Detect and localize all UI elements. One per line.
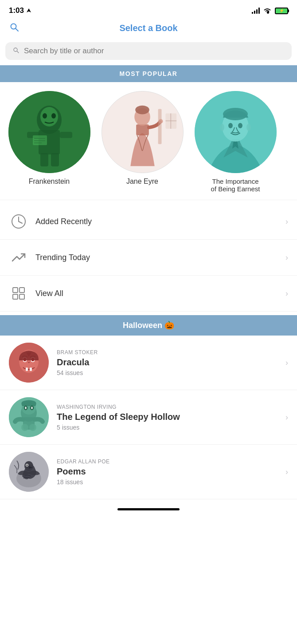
sleepy-hollow-cover xyxy=(9,397,49,437)
dracula-info: BRAM STOKER Dracula 54 issues xyxy=(57,349,285,376)
clock-icon xyxy=(9,212,28,231)
chevron-right-icon: › xyxy=(285,289,288,298)
frankenstein-cover xyxy=(8,91,90,173)
header-search-icon[interactable] xyxy=(9,22,20,35)
svg-point-14 xyxy=(51,113,56,119)
svg-point-58 xyxy=(31,407,33,409)
battery-icon: ⚡ xyxy=(275,8,288,14)
menu-item-added-recently[interactable]: Added Recently › xyxy=(0,204,297,240)
halloween-item-poems[interactable]: EDGAR ALLAN POE Poems 18 issues › xyxy=(0,445,297,499)
dracula-title: Dracula xyxy=(57,357,285,367)
svg-rect-42 xyxy=(20,294,24,299)
home-indicator-bar xyxy=(117,508,180,510)
trending-icon xyxy=(9,248,28,267)
halloween-list: BRAM STOKER Dracula 54 issues › xyxy=(0,336,297,499)
status-bar: 1:03 ⚡ xyxy=(0,0,297,20)
wilde-cover xyxy=(195,91,277,173)
svg-point-65 xyxy=(27,465,28,466)
chevron-right-icon: › xyxy=(285,358,288,367)
poems-issues: 18 issues xyxy=(57,478,285,486)
poems-title: Poems xyxy=(57,466,285,477)
svg-point-1 xyxy=(11,24,16,29)
book-jane-eyre[interactable]: Jane Eyre xyxy=(100,91,184,193)
menu-item-trending[interactable]: Trending Today › xyxy=(0,240,297,276)
jane-eyre-cover xyxy=(102,91,184,173)
jane-eyre-title: Jane Eyre xyxy=(126,178,158,186)
svg-marker-0 xyxy=(27,8,31,12)
sleepy-hollow-info: WASHINGTON IRVING The Legend of Sleepy H… xyxy=(57,404,285,431)
svg-point-33 xyxy=(238,123,242,128)
svg-point-3 xyxy=(14,48,17,51)
svg-rect-41 xyxy=(13,294,18,299)
chevron-right-icon: › xyxy=(285,413,288,422)
home-indicator xyxy=(0,504,297,514)
svg-rect-49 xyxy=(26,367,28,371)
halloween-item-dracula[interactable]: BRAM STOKER Dracula 54 issues › xyxy=(0,336,297,390)
sleepy-hollow-title: The Legend of Sleepy Hollow xyxy=(57,412,285,422)
dracula-cover xyxy=(9,343,49,383)
trending-label: Trending Today xyxy=(35,253,285,262)
svg-point-32 xyxy=(228,123,233,128)
svg-line-2 xyxy=(16,28,19,31)
svg-rect-11 xyxy=(40,153,48,166)
status-time: 1:03 xyxy=(9,6,31,15)
svg-point-60 xyxy=(29,424,36,431)
poems-info: EDGAR ALLAN POE Poems 18 issues xyxy=(57,458,285,486)
popular-books-list: Frankenstein xyxy=(0,82,297,200)
menu-item-view-all[interactable]: View All › xyxy=(0,276,297,312)
search-input[interactable] xyxy=(24,47,285,55)
svg-rect-10 xyxy=(60,132,72,138)
sleepy-hollow-author: WASHINGTON IRVING xyxy=(57,404,285,410)
search-bar-container xyxy=(0,39,297,65)
svg-point-35 xyxy=(246,124,251,131)
chevron-right-icon: › xyxy=(285,253,288,262)
svg-point-59 xyxy=(21,424,28,431)
chevron-right-icon: › xyxy=(285,217,288,226)
frankenstein-title: Frankenstein xyxy=(29,178,70,186)
svg-rect-15 xyxy=(33,135,47,145)
search-bar-icon xyxy=(12,47,20,55)
signal-bars-icon xyxy=(252,8,260,14)
svg-rect-20 xyxy=(136,124,149,135)
time-display: 1:03 xyxy=(9,6,24,15)
svg-point-34 xyxy=(220,124,224,131)
most-popular-label: MOST POPULAR xyxy=(120,70,178,77)
svg-rect-24 xyxy=(158,109,161,144)
poems-author: EDGAR ALLAN POE xyxy=(57,458,285,465)
page-header: Select a Book xyxy=(0,20,297,39)
halloween-item-sleepy-hollow[interactable]: WASHINGTON IRVING The Legend of Sleepy H… xyxy=(0,390,297,445)
svg-rect-12 xyxy=(51,153,59,166)
halloween-header: Halloween 🎃 xyxy=(0,315,297,336)
svg-point-57 xyxy=(25,407,27,409)
wifi-icon xyxy=(263,8,271,14)
svg-rect-50 xyxy=(30,367,32,371)
grid-icon xyxy=(9,284,28,303)
menu-list: Added Recently › Trending Today › View A… xyxy=(0,200,297,315)
svg-rect-40 xyxy=(20,288,24,292)
sleepy-hollow-issues: 5 issues xyxy=(57,424,285,431)
svg-line-4 xyxy=(17,51,19,53)
svg-point-22 xyxy=(135,106,149,115)
book-wilde[interactable]: The Importanceof Being Earnest xyxy=(193,91,277,193)
page-title: Select a Book xyxy=(119,23,177,33)
halloween-label: Halloween 🎃 xyxy=(123,321,174,330)
dracula-issues: 54 issues xyxy=(57,369,285,376)
poems-cover xyxy=(9,452,49,492)
most-popular-header: MOST POPULAR xyxy=(0,65,297,82)
chevron-right-icon: › xyxy=(285,467,288,477)
book-frankenstein[interactable]: Frankenstein xyxy=(7,91,91,193)
svg-line-38 xyxy=(19,221,22,223)
svg-point-13 xyxy=(43,113,47,119)
navigation-arrow-icon xyxy=(26,8,31,13)
search-bar[interactable] xyxy=(5,42,292,60)
status-icons: ⚡ xyxy=(252,8,288,14)
added-recently-label: Added Recently xyxy=(35,217,285,226)
view-all-label: View All xyxy=(35,289,285,298)
dracula-author: BRAM STOKER xyxy=(57,349,285,356)
svg-rect-39 xyxy=(13,288,18,292)
wilde-title: The Importanceof Being Earnest xyxy=(211,178,260,193)
